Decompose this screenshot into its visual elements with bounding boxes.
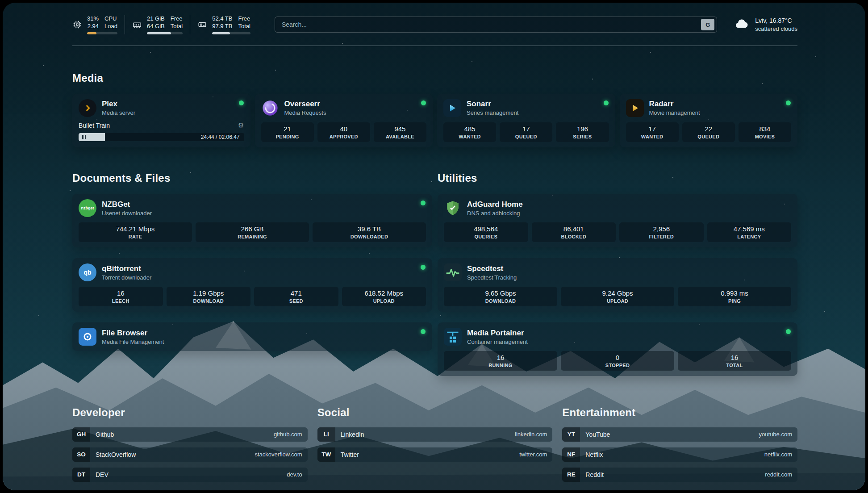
section-title-media: Media <box>72 72 797 85</box>
filebrowser-icon <box>79 328 96 346</box>
stat-tile: 196 SERIES <box>556 122 609 142</box>
stat-tile: 834 MOVIES <box>739 122 791 142</box>
tile-value: 618.52 Mbps <box>364 289 403 297</box>
bookmark-group-developer: Developer GH Github github.com SO StackO… <box>72 397 308 482</box>
radarr-card[interactable]: Radarr Movie management 17 WANTED 22 QUE… <box>620 94 798 147</box>
stat-tile: 21 PENDING <box>261 122 314 142</box>
stat-value: 64 GiB <box>147 23 165 30</box>
bookmark-linkedin[interactable]: LI LinkedIn linkedin.com <box>317 427 553 442</box>
status-dot <box>239 100 244 105</box>
disk-icon <box>197 20 207 29</box>
playback-progress-bar: 24:44 / 02:06:47 <box>79 133 244 141</box>
tile-value: 17 <box>648 125 656 133</box>
gear-icon[interactable]: ⚙ <box>238 121 244 130</box>
app-subtitle: Media Requests <box>284 109 326 116</box>
tile-label: PING <box>728 298 741 304</box>
header-divider <box>72 46 797 46</box>
tile-label: UPLOAD <box>373 298 395 304</box>
stat-label: Free <box>171 15 183 23</box>
bookmark-name: Github <box>96 431 114 438</box>
app-subtitle: DNS and adblocking <box>467 210 523 217</box>
top-bar: 31% 2.94 CPU Load <box>72 15 797 34</box>
stat-tile: 2,956 FILTERED <box>619 222 704 242</box>
speedtest-card[interactable]: Speedtest Speedtest Tracking 9.65 Gbps D… <box>438 258 797 312</box>
bookmark-twitter[interactable]: TW Twitter twitter.com <box>317 447 553 462</box>
bookmark-url: linkedin.com <box>515 431 547 438</box>
tile-label: LATENCY <box>737 234 761 239</box>
tile-label: QUEUED <box>697 134 719 139</box>
tile-label: APPROVED <box>330 134 358 139</box>
stat-tile: 618.52 Mbps UPLOAD <box>342 287 426 306</box>
stat-tile: 17 QUEUED <box>500 122 552 142</box>
bookmark-url: github.com <box>274 431 302 438</box>
bookmark-youtube[interactable]: YT YouTube youtube.com <box>562 427 797 442</box>
sonarr-card[interactable]: Sonarr Series management 485 WANTED 17 Q… <box>437 94 615 147</box>
stat-tile: 485 WANTED <box>443 122 496 142</box>
cpu-usage-bar <box>87 32 117 34</box>
stat-label: Total <box>238 23 250 30</box>
qbittorrent-card[interactable]: qb qBittorrent Torrent downloader 16 LEE… <box>72 258 432 312</box>
cpu-icon <box>72 20 82 29</box>
bookmark-netflix[interactable]: NF Netflix netflix.com <box>562 447 797 462</box>
memory-widget: 21 GiB 64 GiB Free Total <box>125 15 190 34</box>
tile-label: FILTERED <box>649 234 674 239</box>
bookmark-name: Netflix <box>585 451 603 458</box>
app-subtitle: Media File Management <box>102 338 164 345</box>
playback-time: 24:44 / 02:06:47 <box>201 134 240 140</box>
tile-label: STOPPED <box>605 363 630 368</box>
bookmark-github[interactable]: GH Github github.com <box>72 427 308 442</box>
bookmark-name: Twitter <box>341 451 359 458</box>
nzbget-card[interactable]: nzbget NZBGet Usenet downloader 744.21 M… <box>72 194 432 247</box>
plex-card[interactable]: Plex Media server Bullet Train ⚙ 24:44 /… <box>72 94 250 147</box>
bookmark-url: dev.to <box>287 471 302 478</box>
bookmark-abbr: LI <box>317 427 335 442</box>
search-bar: G <box>275 17 717 33</box>
section-title-social: Social <box>317 406 553 419</box>
disk-usage-bar <box>212 32 250 34</box>
bookmark-name: DEV <box>96 471 108 478</box>
tile-value: 39.6 TB <box>358 225 381 233</box>
bookmark-url: netflix.com <box>764 451 792 458</box>
dashboard-screen: 31% 2.94 CPU Load <box>3 3 865 490</box>
stat-tile: 9.24 Gbps UPLOAD <box>561 287 674 306</box>
stat-tile: 9.65 Gbps DOWNLOAD <box>444 287 557 306</box>
bookmark-name: Reddit <box>585 471 603 478</box>
bookmark-stackoverflow[interactable]: SO StackOverflow stackoverflow.com <box>72 447 308 462</box>
tile-label: UPLOAD <box>607 298 628 304</box>
app-name: AdGuard Home <box>467 200 523 209</box>
tile-label: DOWNLOAD <box>485 298 516 304</box>
bookmark-url: reddit.com <box>765 471 792 478</box>
qbittorrent-icon: qb <box>79 263 96 281</box>
weather-condition: scattered clouds <box>755 25 797 33</box>
tile-label: WANTED <box>641 134 663 139</box>
tile-label: SERIES <box>573 134 592 139</box>
app-subtitle: Movie management <box>649 109 700 116</box>
stat-value: 21 GiB <box>147 15 165 23</box>
stat-tile: 744.21 Mbps RATE <box>79 222 192 242</box>
section-title-utilities: Utilities <box>438 172 797 185</box>
utilities-column: Utilities AdGuard Home <box>438 163 797 376</box>
bookmark-abbr: SO <box>72 447 90 462</box>
tile-value: 16 <box>497 354 505 361</box>
bookmark-reddit[interactable]: RE Reddit reddit.com <box>562 468 797 482</box>
search-engine-button[interactable]: G <box>701 19 714 30</box>
pause-button[interactable] <box>82 135 86 139</box>
tile-label: QUERIES <box>474 234 497 239</box>
adguard-card[interactable]: AdGuard Home DNS and adblocking 498,564 … <box>438 194 797 247</box>
stat-value: 52.4 TB <box>212 15 232 23</box>
search-input[interactable] <box>281 21 701 29</box>
tile-value: 2,956 <box>653 225 670 233</box>
filebrowser-card[interactable]: File Browser Media File Management <box>72 322 432 351</box>
status-dot <box>786 100 791 105</box>
app-subtitle: Series management <box>467 109 518 116</box>
portainer-card[interactable]: Media Portainer Container management 16 … <box>438 322 797 376</box>
stat-tile: 0.993 ms PING <box>678 287 791 306</box>
media-grid: Plex Media server Bullet Train ⚙ 24:44 /… <box>72 94 797 147</box>
bookmarks-area: Developer GH Github github.com SO StackO… <box>72 397 797 482</box>
bookmark-group-entertainment: Entertainment YT YouTube youtube.com NF … <box>562 397 797 482</box>
overseerr-icon <box>261 99 279 117</box>
now-playing-title: Bullet Train <box>79 122 110 129</box>
bookmark-dev[interactable]: DT DEV dev.to <box>72 468 308 482</box>
overseerr-card[interactable]: Overseerr Media Requests 21 PENDING 40 A… <box>255 94 433 147</box>
tile-value: 945 <box>394 125 405 133</box>
